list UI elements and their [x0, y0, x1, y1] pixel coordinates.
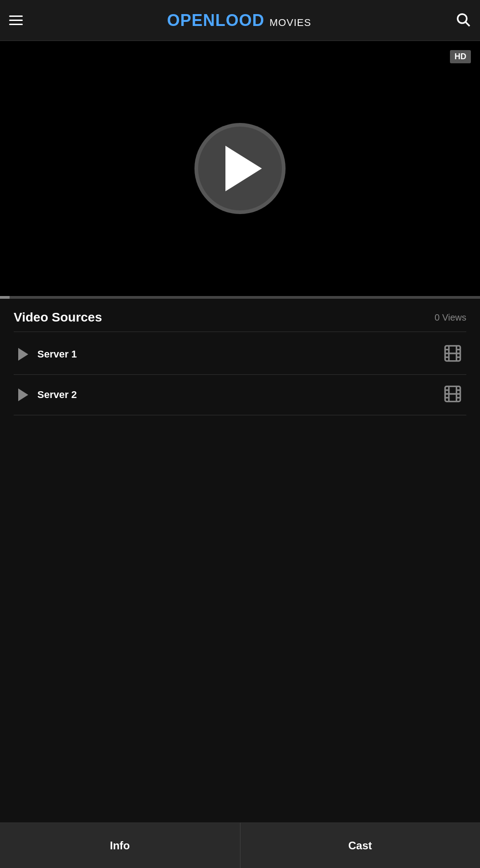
search-icon	[455, 12, 471, 27]
hamburger-line-3	[9, 24, 23, 25]
server-item-2[interactable]: Server 2	[14, 375, 466, 415]
menu-button[interactable]	[9, 15, 23, 25]
bottom-tabs: Info Cast	[0, 822, 480, 868]
play-triangle-icon	[225, 146, 262, 191]
hd-badge: HD	[450, 50, 471, 63]
server-item-1[interactable]: Server 1	[14, 334, 466, 375]
main-content	[0, 422, 480, 868]
film-icon-2	[444, 385, 462, 405]
server-name-1: Server 1	[37, 348, 444, 360]
play-button[interactable]	[194, 123, 286, 214]
video-sources-title: Video Sources	[14, 310, 102, 325]
logo-open: OPENL	[167, 11, 226, 30]
logo-text: OPENLOOD MOVIES	[167, 11, 311, 30]
film-icon-1	[444, 344, 462, 364]
video-sources-header: Video Sources 0 Views	[14, 310, 466, 332]
logo-movies: MOVIES	[266, 17, 311, 28]
app-header: OPENLOOD MOVIES	[0, 0, 480, 41]
server-name-2: Server 2	[37, 389, 444, 401]
server-play-icon-2	[18, 388, 28, 401]
hamburger-line-2	[9, 20, 23, 21]
search-button[interactable]	[455, 12, 471, 29]
tab-info[interactable]: Info	[0, 823, 240, 868]
logo: OPENLOOD MOVIES	[167, 11, 311, 30]
hamburger-line-1	[9, 15, 23, 17]
server-list: Server 1 Server 2	[14, 334, 466, 415]
tab-cast-label: Cast	[348, 839, 372, 852]
video-sources-section: Video Sources 0 Views Server 1	[0, 299, 480, 422]
logo-ood: OOD	[226, 11, 265, 30]
views-count: 0 Views	[434, 312, 466, 323]
tab-info-label: Info	[110, 839, 130, 852]
video-player: HD	[0, 41, 480, 296]
svg-line-1	[466, 22, 470, 26]
server-play-icon-1	[18, 348, 28, 361]
tab-cast[interactable]: Cast	[240, 823, 480, 868]
svg-point-0	[458, 14, 467, 23]
